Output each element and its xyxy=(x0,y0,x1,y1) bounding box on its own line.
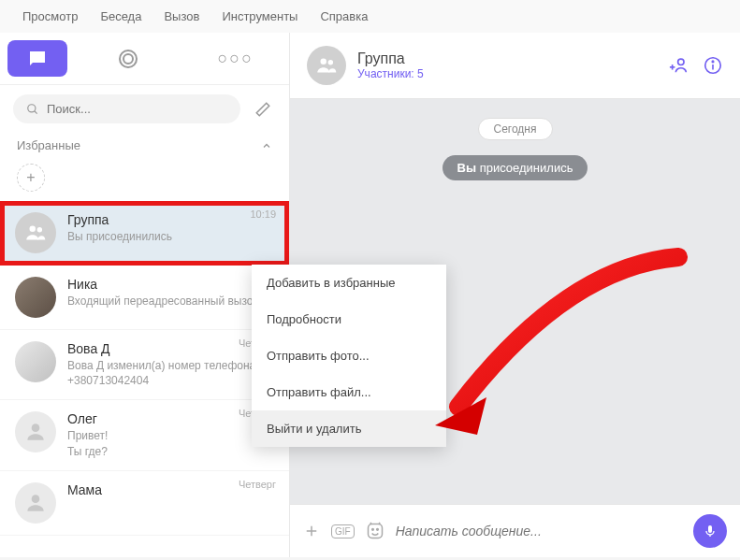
favorites-header[interactable]: Избранные xyxy=(0,133,289,158)
mic-icon xyxy=(703,524,718,538)
voice-button[interactable] xyxy=(693,514,727,548)
svg-point-9 xyxy=(328,60,333,65)
chat-list: Группа Вы присоединились 10:19 Ника Вход… xyxy=(0,201,289,557)
chat-bubble-icon xyxy=(26,48,49,70)
chat-item[interactable]: Ника Входящий переадресованный вызов xyxy=(0,266,289,330)
favorites-label: Избранные xyxy=(17,138,80,152)
person-icon xyxy=(23,491,48,515)
avatar xyxy=(15,411,56,452)
menu-send-file[interactable]: Отправить файл... xyxy=(252,374,446,410)
sticker-button[interactable] xyxy=(366,522,385,540)
more-icon: ○○○ xyxy=(217,49,254,68)
chat-header: Группа Участники: 5 xyxy=(290,33,740,99)
sidebar: ○○○ Избранные + Группа xyxy=(0,33,290,557)
avatar xyxy=(15,482,56,524)
add-favorite-button[interactable]: + xyxy=(17,164,45,192)
person-icon xyxy=(23,420,48,444)
gif-button[interactable]: GIF xyxy=(331,524,355,538)
svg-point-15 xyxy=(712,61,713,62)
tab-public[interactable] xyxy=(75,33,182,84)
svg-rect-1 xyxy=(123,54,133,64)
menu-call[interactable]: Вызов xyxy=(164,9,199,23)
avatar xyxy=(307,46,346,85)
svg-rect-21 xyxy=(708,525,712,533)
attach-button[interactable] xyxy=(303,523,320,539)
search-input[interactable] xyxy=(47,102,227,116)
system-message: Вы присоединились xyxy=(443,155,588,180)
add-member-button[interactable] xyxy=(669,55,689,76)
group-icon xyxy=(23,221,48,245)
svg-point-5 xyxy=(37,227,42,232)
chat-title: Группа xyxy=(357,50,658,67)
menu-chat[interactable]: Беседа xyxy=(100,9,141,23)
message-input[interactable] xyxy=(396,524,682,538)
info-icon xyxy=(703,55,723,76)
menu-details[interactable]: Подробности xyxy=(252,301,446,337)
chat-name: Ника xyxy=(67,277,274,292)
svg-rect-18 xyxy=(368,524,382,538)
chat-preview: Привет! Ты где? xyxy=(67,428,274,458)
search-box[interactable] xyxy=(13,94,240,123)
chat-item[interactable]: Мама Четверг xyxy=(0,471,289,536)
chat-item[interactable]: Олег Привет! Ты где? Четверг xyxy=(0,400,289,470)
target-icon xyxy=(117,48,139,70)
tab-more[interactable]: ○○○ xyxy=(182,33,290,84)
menu-bar: Просмотр Беседа Вызов Инструменты Справк… xyxy=(0,0,740,33)
compose-button[interactable] xyxy=(250,96,276,122)
chat-time: 10:19 xyxy=(250,208,276,220)
tab-chats[interactable] xyxy=(7,40,67,77)
chat-item-group[interactable]: Группа Вы присоединились 10:19 xyxy=(0,201,289,266)
svg-point-19 xyxy=(371,529,373,531)
search-icon xyxy=(26,103,39,116)
chevron-up-icon xyxy=(261,140,272,151)
plus-icon xyxy=(303,523,320,539)
chat-item[interactable]: Вова Д Вова Д изменил(а) номер телефона … xyxy=(0,330,289,400)
edit-icon xyxy=(254,101,271,118)
menu-add-favorite[interactable]: Добавить в избранные xyxy=(252,265,446,301)
chat-preview: Вы присоединились xyxy=(67,229,274,244)
avatar xyxy=(15,341,56,382)
context-menu: Добавить в избранные Подробности Отправи… xyxy=(252,265,446,447)
group-icon xyxy=(314,53,339,78)
sidebar-tabs: ○○○ xyxy=(0,33,289,85)
date-separator: Сегодня xyxy=(478,118,553,140)
chat-name: Группа xyxy=(67,212,274,227)
svg-point-10 xyxy=(678,59,684,65)
svg-point-8 xyxy=(321,58,327,64)
menu-view[interactable]: Просмотр xyxy=(22,9,78,23)
svg-point-7 xyxy=(32,495,40,503)
avatar xyxy=(15,212,56,253)
svg-point-2 xyxy=(28,104,36,111)
message-composer: GIF xyxy=(290,504,740,557)
menu-help[interactable]: Справка xyxy=(320,9,368,23)
svg-point-6 xyxy=(32,424,40,433)
menu-leave-delete[interactable]: Выйти и удалить xyxy=(252,410,446,447)
chat-subtitle[interactable]: Участники: 5 xyxy=(357,67,658,80)
svg-rect-0 xyxy=(120,50,137,67)
svg-point-20 xyxy=(376,529,378,531)
avatar xyxy=(15,277,56,318)
svg-line-3 xyxy=(35,110,37,113)
info-button[interactable] xyxy=(703,55,723,76)
add-person-icon xyxy=(669,55,689,76)
chat-preview: Вова Д изменил(а) номер телефона на +380… xyxy=(67,358,274,388)
chat-time: Четверг xyxy=(239,479,276,490)
sticker-icon xyxy=(366,522,385,540)
menu-tools[interactable]: Инструменты xyxy=(222,9,297,23)
chat-preview: Входящий переадресованный вызов xyxy=(67,294,274,309)
svg-point-4 xyxy=(30,225,36,232)
menu-send-photo[interactable]: Отправить фото... xyxy=(252,337,446,374)
